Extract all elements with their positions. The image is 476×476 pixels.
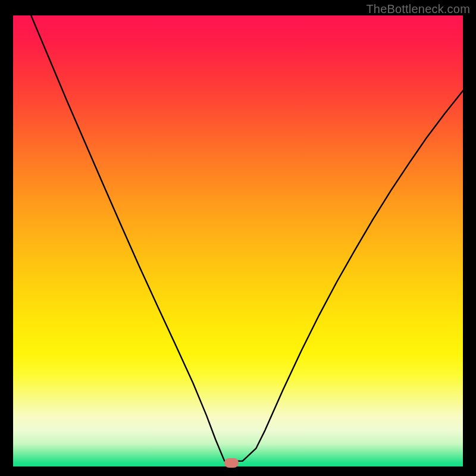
curve-svg: [13, 15, 463, 466]
chart-stage: TheBottleneck.com: [0, 0, 476, 476]
bottleneck-curve: [31, 15, 463, 461]
balance-marker: [224, 458, 239, 468]
watermark-text: TheBottleneck.com: [366, 2, 470, 16]
